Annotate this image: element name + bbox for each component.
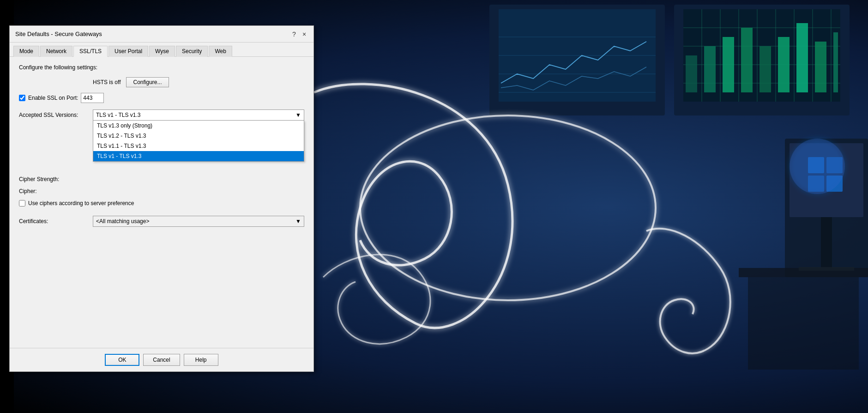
section-title: Configure the following settings: bbox=[19, 64, 304, 71]
hsts-status: HSTS is off bbox=[93, 79, 121, 85]
certificates-dropdown[interactable]: <All matching usage> ▼ bbox=[93, 216, 304, 227]
enable-ssl-row: Enable SSL on Port: bbox=[19, 93, 304, 103]
svg-rect-22 bbox=[704, 46, 716, 92]
dialog-title: Site Defaults - Secure Gateways bbox=[15, 30, 102, 37]
ssl-versions-dropdown-container: TLS v1 - TLS v1.3 ▼ TLS v1.3 only (Stron… bbox=[93, 109, 304, 121]
tab-wyse[interactable]: Wyse bbox=[149, 46, 175, 57]
port-input[interactable] bbox=[81, 93, 104, 103]
svg-rect-40 bbox=[821, 217, 832, 268]
dialog-window: Site Defaults - Secure Gateways ? × Mode… bbox=[9, 25, 314, 372]
certificates-row: Certificates: <All matching usage> ▼ bbox=[19, 216, 304, 227]
dialog-footer: OK Cancel Help bbox=[10, 348, 313, 371]
title-buttons: ? × bbox=[290, 30, 308, 38]
tab-security[interactable]: Security bbox=[176, 46, 208, 57]
help-title-button[interactable]: ? bbox=[290, 30, 298, 38]
cancel-button[interactable]: Cancel bbox=[143, 354, 180, 366]
svg-rect-24 bbox=[741, 28, 753, 92]
svg-rect-23 bbox=[723, 37, 734, 92]
svg-rect-28 bbox=[815, 42, 826, 92]
svg-rect-41 bbox=[799, 267, 854, 271]
certificates-selected: <All matching usage> bbox=[96, 218, 149, 225]
svg-rect-21 bbox=[686, 55, 697, 92]
ssl-versions-dropdown[interactable]: TLS v1 - TLS v1.3 ▼ bbox=[93, 109, 304, 121]
ssl-versions-label: Accepted SSL Versions: bbox=[19, 112, 93, 118]
svg-point-30 bbox=[360, 115, 656, 300]
ssl-option-tls12-13[interactable]: TLS v1.2 - TLS v1.3 bbox=[93, 131, 304, 141]
use-ciphers-label: Use ciphers according to server preferen… bbox=[28, 200, 134, 206]
configure-button[interactable]: Configure... bbox=[126, 77, 169, 87]
tab-network[interactable]: Network bbox=[40, 46, 72, 57]
ssl-option-tls11-13[interactable]: TLS v1.1 - TLS v1.3 bbox=[93, 141, 304, 151]
hsts-row: HSTS is off Configure... bbox=[19, 77, 304, 87]
cipher-row: Cipher: bbox=[19, 188, 304, 194]
title-bar: Site Defaults - Secure Gateways ? × bbox=[10, 26, 313, 43]
dialog-content: Configure the following settings: HSTS i… bbox=[10, 57, 313, 348]
cipher-strength-row: Cipher Strength: bbox=[19, 176, 304, 182]
svg-rect-29 bbox=[833, 32, 838, 92]
close-title-button[interactable]: × bbox=[301, 30, 308, 38]
cipher-label: Cipher: bbox=[19, 188, 93, 194]
ssl-versions-arrow: ▼ bbox=[295, 112, 301, 118]
svg-point-37 bbox=[790, 139, 845, 194]
tab-user-portal[interactable]: User Portal bbox=[108, 46, 148, 57]
svg-rect-27 bbox=[796, 23, 808, 92]
tab-bar: Mode Network SSL/TLS User Portal Wyse Se… bbox=[10, 43, 313, 57]
ciphers-pref-row: Use ciphers according to server preferen… bbox=[19, 200, 304, 206]
help-button[interactable]: Help bbox=[184, 354, 218, 366]
ssl-versions-row: Accepted SSL Versions: TLS v1 - TLS v1.3… bbox=[19, 109, 304, 121]
certificates-label: Certificates: bbox=[19, 218, 93, 225]
use-ciphers-checkbox[interactable] bbox=[19, 200, 25, 206]
ssl-versions-dropdown-list: TLS v1.3 only (Strong) TLS v1.2 - TLS v1… bbox=[93, 121, 304, 162]
ssl-option-tls13-only[interactable]: TLS v1.3 only (Strong) bbox=[93, 121, 304, 131]
certificates-dropdown-container: <All matching usage> ▼ bbox=[93, 216, 304, 227]
svg-rect-39 bbox=[748, 277, 859, 370]
ssl-option-tls1-13[interactable]: TLS v1 - TLS v1.3 bbox=[93, 151, 304, 161]
enable-ssl-label: Enable SSL on Port: bbox=[28, 95, 78, 101]
ssl-versions-selected: TLS v1 - TLS v1.3 bbox=[96, 112, 141, 118]
svg-rect-25 bbox=[760, 46, 771, 92]
svg-rect-26 bbox=[778, 37, 790, 92]
tab-ssl-tls[interactable]: SSL/TLS bbox=[73, 46, 108, 57]
ok-button[interactable]: OK bbox=[105, 354, 139, 366]
tab-mode[interactable]: Mode bbox=[13, 46, 39, 57]
enable-ssl-checkbox[interactable] bbox=[19, 95, 25, 101]
certificates-arrow: ▼ bbox=[295, 218, 301, 225]
cipher-strength-label: Cipher Strength: bbox=[19, 176, 93, 182]
tab-web[interactable]: Web bbox=[209, 46, 232, 57]
